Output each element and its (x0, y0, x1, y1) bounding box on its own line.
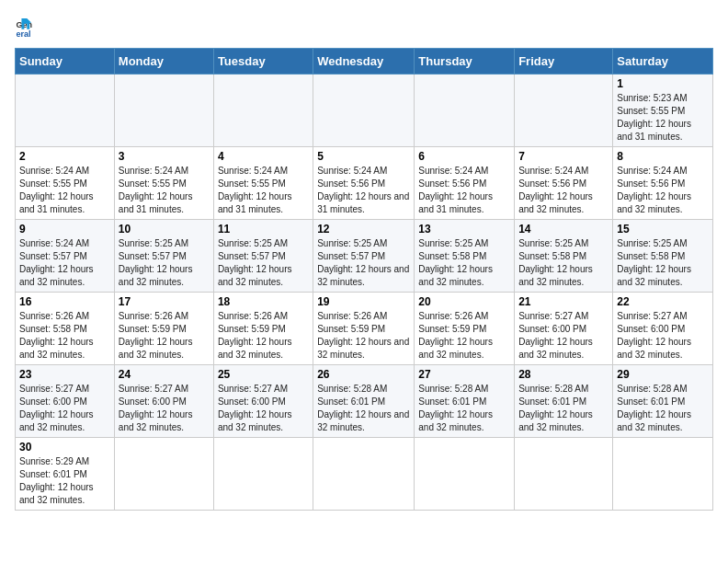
day-info: Sunrise: 5:25 AM Sunset: 5:57 PM Dayligh… (218, 237, 309, 289)
calendar-cell: 18Sunrise: 5:26 AM Sunset: 5:59 PM Dayli… (213, 293, 313, 365)
calendar-cell (415, 438, 515, 511)
calendar-cell (613, 438, 713, 511)
calendar-cell: 6Sunrise: 5:24 AM Sunset: 5:56 PM Daylig… (415, 147, 515, 220)
day-number: 16 (19, 295, 110, 308)
day-number: 6 (418, 150, 510, 163)
calendar-week-row: 30Sunrise: 5:29 AM Sunset: 6:01 PM Dayli… (16, 438, 713, 511)
calendar-cell (213, 75, 313, 147)
header: Gen eral (15, 15, 713, 40)
column-header-saturday: Saturday (613, 49, 713, 75)
day-number: 25 (218, 368, 309, 381)
day-info: Sunrise: 5:28 AM Sunset: 6:01 PM Dayligh… (617, 383, 709, 434)
calendar-cell: 1Sunrise: 5:23 AM Sunset: 5:55 PM Daylig… (613, 75, 713, 147)
calendar-cell: 21Sunrise: 5:27 AM Sunset: 6:00 PM Dayli… (515, 293, 613, 365)
calendar-week-row: 9Sunrise: 5:24 AM Sunset: 5:57 PM Daylig… (16, 220, 713, 293)
day-number: 26 (317, 368, 410, 381)
day-number: 12 (317, 223, 410, 236)
calendar-body: 1Sunrise: 5:23 AM Sunset: 5:55 PM Daylig… (16, 75, 713, 511)
calendar-cell: 7Sunrise: 5:24 AM Sunset: 5:56 PM Daylig… (515, 147, 613, 220)
column-header-friday: Friday (515, 49, 613, 75)
day-info: Sunrise: 5:26 AM Sunset: 5:58 PM Dayligh… (19, 310, 110, 362)
day-number: 15 (617, 223, 709, 236)
column-header-thursday: Thursday (415, 49, 515, 75)
day-number: 30 (19, 441, 110, 454)
column-header-monday: Monday (114, 49, 213, 75)
day-number: 8 (617, 150, 709, 163)
calendar-cell: 25Sunrise: 5:27 AM Sunset: 6:00 PM Dayli… (213, 365, 313, 438)
logo: Gen eral (15, 15, 44, 40)
day-number: 23 (19, 368, 110, 381)
column-header-tuesday: Tuesday (213, 49, 313, 75)
day-number: 11 (218, 223, 309, 236)
calendar-cell (313, 75, 415, 147)
day-number: 18 (218, 295, 309, 308)
calendar-cell: 27Sunrise: 5:28 AM Sunset: 6:01 PM Dayli… (415, 365, 515, 438)
calendar-week-row: 23Sunrise: 5:27 AM Sunset: 6:00 PM Dayli… (16, 365, 713, 438)
day-info: Sunrise: 5:25 AM Sunset: 5:58 PM Dayligh… (518, 237, 609, 289)
day-info: Sunrise: 5:27 AM Sunset: 6:00 PM Dayligh… (218, 383, 309, 434)
logo-icon: Gen eral (15, 15, 40, 40)
day-number: 20 (418, 295, 510, 308)
calendar-cell: 4Sunrise: 5:24 AM Sunset: 5:55 PM Daylig… (213, 147, 313, 220)
day-info: Sunrise: 5:24 AM Sunset: 5:56 PM Dayligh… (418, 165, 510, 216)
day-info: Sunrise: 5:26 AM Sunset: 5:59 PM Dayligh… (218, 310, 309, 362)
day-number: 5 (317, 150, 410, 163)
day-info: Sunrise: 5:23 AM Sunset: 5:55 PM Dayligh… (617, 92, 709, 144)
calendar-week-row: 16Sunrise: 5:26 AM Sunset: 5:58 PM Dayli… (16, 293, 713, 365)
day-number: 4 (218, 150, 309, 163)
calendar-cell: 14Sunrise: 5:25 AM Sunset: 5:58 PM Dayli… (515, 220, 613, 293)
day-number: 2 (19, 150, 110, 163)
day-number: 22 (617, 295, 709, 308)
calendar-week-row: 2Sunrise: 5:24 AM Sunset: 5:55 PM Daylig… (16, 147, 713, 220)
day-info: Sunrise: 5:26 AM Sunset: 5:59 PM Dayligh… (418, 310, 510, 362)
calendar-cell: 30Sunrise: 5:29 AM Sunset: 6:01 PM Dayli… (16, 438, 115, 511)
calendar-cell: 12Sunrise: 5:25 AM Sunset: 5:57 PM Dayli… (313, 220, 415, 293)
day-number: 13 (418, 223, 510, 236)
day-info: Sunrise: 5:27 AM Sunset: 6:00 PM Dayligh… (19, 383, 110, 434)
calendar-cell (515, 438, 613, 511)
calendar-cell: 10Sunrise: 5:25 AM Sunset: 5:57 PM Dayli… (114, 220, 213, 293)
calendar-week-row: 1Sunrise: 5:23 AM Sunset: 5:55 PM Daylig… (16, 75, 713, 147)
day-info: Sunrise: 5:27 AM Sunset: 6:00 PM Dayligh… (119, 383, 210, 434)
day-info: Sunrise: 5:24 AM Sunset: 5:57 PM Dayligh… (19, 237, 110, 289)
calendar-cell: 28Sunrise: 5:28 AM Sunset: 6:01 PM Dayli… (515, 365, 613, 438)
day-info: Sunrise: 5:24 AM Sunset: 5:55 PM Dayligh… (19, 165, 110, 216)
calendar-cell: 29Sunrise: 5:28 AM Sunset: 6:01 PM Dayli… (613, 365, 713, 438)
calendar-cell (415, 75, 515, 147)
day-info: Sunrise: 5:28 AM Sunset: 6:01 PM Dayligh… (418, 383, 510, 434)
calendar-cell: 22Sunrise: 5:27 AM Sunset: 6:00 PM Dayli… (613, 293, 713, 365)
day-info: Sunrise: 5:25 AM Sunset: 5:58 PM Dayligh… (418, 237, 510, 289)
day-number: 29 (617, 368, 709, 381)
day-info: Sunrise: 5:24 AM Sunset: 5:56 PM Dayligh… (518, 165, 609, 216)
day-number: 17 (119, 295, 210, 308)
day-info: Sunrise: 5:29 AM Sunset: 6:01 PM Dayligh… (19, 455, 110, 507)
day-number: 3 (119, 150, 210, 163)
calendar-cell (515, 75, 613, 147)
calendar-cell: 5Sunrise: 5:24 AM Sunset: 5:56 PM Daylig… (313, 147, 415, 220)
column-header-wednesday: Wednesday (313, 49, 415, 75)
day-number: 7 (518, 150, 609, 163)
day-info: Sunrise: 5:24 AM Sunset: 5:56 PM Dayligh… (617, 165, 709, 216)
calendar-cell: 9Sunrise: 5:24 AM Sunset: 5:57 PM Daylig… (16, 220, 115, 293)
day-number: 21 (518, 295, 609, 308)
calendar-table: SundayMondayTuesdayWednesdayThursdayFrid… (15, 48, 713, 511)
calendar-cell: 11Sunrise: 5:25 AM Sunset: 5:57 PM Dayli… (213, 220, 313, 293)
day-info: Sunrise: 5:28 AM Sunset: 6:01 PM Dayligh… (317, 383, 410, 434)
day-number: 19 (317, 295, 410, 308)
column-header-sunday: Sunday (16, 49, 115, 75)
calendar-cell (213, 438, 313, 511)
day-info: Sunrise: 5:27 AM Sunset: 6:00 PM Dayligh… (617, 310, 709, 362)
svg-text:eral: eral (16, 29, 30, 39)
calendar-cell: 19Sunrise: 5:26 AM Sunset: 5:59 PM Dayli… (313, 293, 415, 365)
day-number: 27 (418, 368, 510, 381)
calendar-cell: 13Sunrise: 5:25 AM Sunset: 5:58 PM Dayli… (415, 220, 515, 293)
day-info: Sunrise: 5:25 AM Sunset: 5:57 PM Dayligh… (119, 237, 210, 289)
day-info: Sunrise: 5:24 AM Sunset: 5:55 PM Dayligh… (119, 165, 210, 216)
calendar-header-row: SundayMondayTuesdayWednesdayThursdayFrid… (16, 49, 713, 75)
day-info: Sunrise: 5:26 AM Sunset: 5:59 PM Dayligh… (317, 310, 410, 362)
day-info: Sunrise: 5:24 AM Sunset: 5:56 PM Dayligh… (317, 165, 410, 216)
calendar-cell (313, 438, 415, 511)
calendar-cell: 20Sunrise: 5:26 AM Sunset: 5:59 PM Dayli… (415, 293, 515, 365)
calendar-cell: 17Sunrise: 5:26 AM Sunset: 5:59 PM Dayli… (114, 293, 213, 365)
day-number: 28 (518, 368, 609, 381)
